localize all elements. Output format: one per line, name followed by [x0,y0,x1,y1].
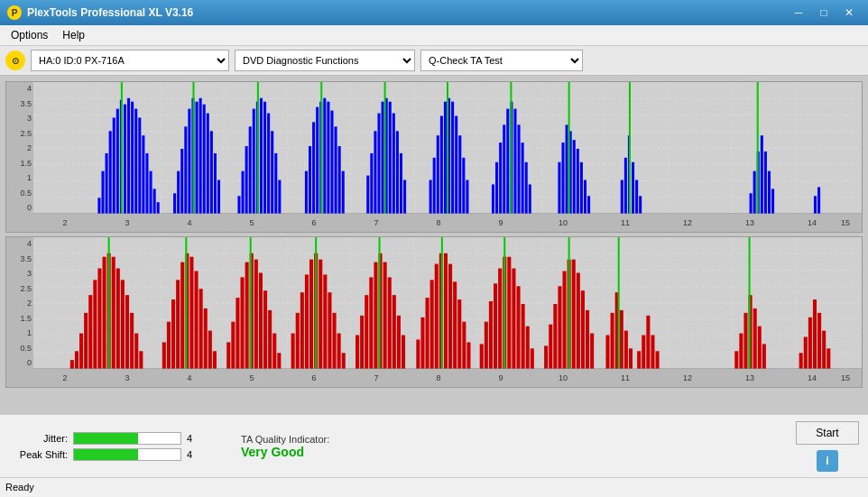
svg-rect-69 [323,98,326,214]
svg-rect-209 [323,274,327,369]
svg-rect-199 [272,334,276,369]
bx-label-2: 2 [62,373,67,382]
svg-rect-185 [204,308,208,369]
svg-rect-265 [605,336,609,369]
svg-rect-103 [503,124,505,214]
x-label-12: 12 [683,218,692,227]
svg-rect-216 [360,316,364,369]
svg-rect-43 [196,102,199,214]
bx-label-10: 10 [559,373,568,382]
svg-rect-190 [231,322,235,369]
svg-rect-45 [203,105,206,214]
svg-rect-253 [544,345,548,369]
svg-rect-219 [374,262,377,369]
y-label-0b: 0 [27,358,32,367]
svg-rect-165 [97,269,101,369]
svg-rect-71 [330,111,333,214]
svg-rect-283 [762,344,766,369]
svg-rect-254 [549,325,552,369]
jitter-row: Jitter: 4 [9,432,205,445]
svg-rect-259 [572,260,576,369]
svg-rect-49 [217,180,220,214]
svg-rect-59 [267,114,270,214]
test-select[interactable]: Q-Check TA Test [420,50,583,71]
svg-rect-180 [180,262,184,369]
peak-shift-progress [73,448,181,461]
svg-rect-83 [392,114,395,214]
svg-rect-285 [799,353,803,369]
svg-rect-91 [440,115,443,214]
svg-rect-38 [177,171,180,214]
svg-rect-88 [429,180,432,214]
svg-rect-48 [214,153,217,214]
menu-options[interactable]: Options [4,27,55,43]
svg-rect-159 [70,360,74,369]
jitter-progress-empty [138,433,180,444]
svg-rect-248 [517,286,521,369]
svg-rect-251 [531,348,534,369]
bx-label-12: 12 [683,373,692,382]
svg-rect-85 [400,153,402,214]
top-chart-y-axis: 4 3.5 3 2.5 2 1.5 1 0.5 0 [6,82,33,214]
svg-rect-119 [584,180,586,214]
svg-rect-192 [241,277,245,369]
svg-rect-223 [392,295,396,369]
svg-rect-206 [309,260,313,369]
svg-rect-58 [263,102,266,214]
bottom-chart-svg [33,237,862,369]
menu-help[interactable]: Help [55,27,92,43]
info-button[interactable]: i [817,450,838,472]
drive-select[interactable]: HA:0 ID:0 PX-716A [31,50,229,71]
peak-shift-value: 4 [187,449,205,460]
bx-label-4: 4 [187,373,191,382]
main-content: 4 3.5 3 2.5 2 1.5 1 0.5 0 [0,76,868,414]
close-button[interactable]: ✕ [837,4,861,22]
bottom-chart-x-axis: 2 3 4 5 6 7 8 9 10 11 12 13 14 15 [33,369,862,387]
svg-rect-205 [305,274,309,369]
svg-rect-266 [611,313,614,369]
svg-rect-31 [142,135,144,214]
svg-rect-204 [300,292,304,369]
svg-rect-138 [817,187,820,214]
svg-rect-235 [453,281,457,369]
y-label-4: 4 [27,84,32,93]
x-label-9: 9 [498,218,503,227]
window-controls: ─ □ ✕ [787,4,861,22]
svg-rect-218 [369,277,373,369]
svg-rect-67 [316,107,319,214]
minimize-button[interactable]: ─ [787,4,810,22]
svg-rect-160 [75,351,78,369]
svg-rect-66 [312,122,315,214]
bottom-chart-area [33,237,862,369]
jitter-progress [73,432,181,445]
svg-rect-169 [116,269,120,369]
app-title: PlexTools Professional XL V3.16 [27,6,193,19]
svg-rect-86 [403,180,406,214]
svg-rect-101 [495,162,498,214]
function-select[interactable]: DVD Diagnostic Functions [235,50,415,71]
svg-rect-243 [494,283,497,369]
svg-rect-171 [125,295,129,369]
svg-rect-229 [426,298,429,369]
start-button[interactable]: Start [796,421,859,445]
svg-rect-238 [466,342,470,369]
bx-label-9: 9 [498,373,503,382]
svg-rect-236 [457,299,461,369]
svg-rect-246 [507,257,511,369]
svg-rect-52 [242,171,245,214]
peak-shift-progress-fill [74,449,138,460]
svg-rect-221 [383,262,387,369]
svg-rect-51 [237,196,240,214]
svg-rect-62 [278,180,281,214]
svg-rect-94 [451,102,454,214]
svg-rect-249 [522,304,525,369]
y-label-15b: 1.5 [20,314,32,323]
maximize-button[interactable]: □ [812,4,836,22]
svg-rect-250 [526,327,530,369]
svg-rect-107 [518,124,521,214]
svg-rect-133 [764,152,767,214]
y-label-35: 3.5 [20,99,32,108]
svg-rect-200 [277,353,281,369]
svg-rect-241 [485,322,488,369]
svg-rect-210 [328,292,331,369]
